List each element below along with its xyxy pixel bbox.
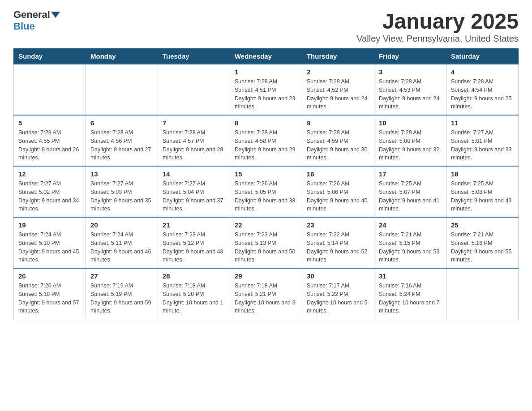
calendar-cell: 10Sunrise: 7:28 AM Sunset: 5:00 PM Dayli… xyxy=(374,115,446,166)
day-number: 24 xyxy=(379,221,442,229)
calendar-cell: 25Sunrise: 7:21 AM Sunset: 5:16 PM Dayli… xyxy=(446,217,518,268)
day-number: 31 xyxy=(379,272,442,280)
calendar-table: SundayMondayTuesdayWednesdayThursdayFrid… xyxy=(13,48,519,319)
day-info: Sunrise: 7:28 AM Sunset: 5:00 PM Dayligh… xyxy=(379,128,442,162)
calendar-cell: 6Sunrise: 7:28 AM Sunset: 4:56 PM Daylig… xyxy=(86,115,158,166)
calendar-cell: 1Sunrise: 7:28 AM Sunset: 4:51 PM Daylig… xyxy=(230,64,302,115)
location-text: Valley View, Pennsylvania, United States xyxy=(356,34,519,44)
calendar-week-row: 5Sunrise: 7:28 AM Sunset: 4:55 PM Daylig… xyxy=(14,115,519,166)
day-info: Sunrise: 7:16 AM Sunset: 5:24 PM Dayligh… xyxy=(379,282,442,315)
calendar-cell: 27Sunrise: 7:19 AM Sunset: 5:19 PM Dayli… xyxy=(86,268,158,319)
day-info: Sunrise: 7:24 AM Sunset: 5:10 PM Dayligh… xyxy=(18,231,81,264)
calendar-cell: 20Sunrise: 7:24 AM Sunset: 5:11 PM Dayli… xyxy=(86,217,158,268)
day-info: Sunrise: 7:28 AM Sunset: 4:56 PM Dayligh… xyxy=(90,128,153,162)
calendar-cell: 12Sunrise: 7:27 AM Sunset: 5:02 PM Dayli… xyxy=(14,166,86,217)
calendar-header-saturday: Saturday xyxy=(446,49,518,64)
day-info: Sunrise: 7:28 AM Sunset: 4:53 PM Dayligh… xyxy=(379,77,442,111)
calendar-cell: 4Sunrise: 7:28 AM Sunset: 4:54 PM Daylig… xyxy=(446,64,518,115)
day-info: Sunrise: 7:19 AM Sunset: 5:19 PM Dayligh… xyxy=(90,282,153,315)
calendar-cell: 29Sunrise: 7:18 AM Sunset: 5:21 PM Dayli… xyxy=(230,268,302,319)
calendar-cell: 16Sunrise: 7:26 AM Sunset: 5:06 PM Dayli… xyxy=(302,166,374,217)
day-number: 18 xyxy=(451,170,514,178)
calendar-cell: 11Sunrise: 7:27 AM Sunset: 5:01 PM Dayli… xyxy=(446,115,518,166)
calendar-header-row: SundayMondayTuesdayWednesdayThursdayFrid… xyxy=(14,49,519,64)
title-section: January 2025 Valley View, Pennsylvania, … xyxy=(356,9,519,44)
day-info: Sunrise: 7:21 AM Sunset: 5:16 PM Dayligh… xyxy=(451,231,514,264)
day-number: 14 xyxy=(163,170,225,178)
calendar-cell: 9Sunrise: 7:28 AM Sunset: 4:59 PM Daylig… xyxy=(302,115,374,166)
day-number: 22 xyxy=(235,221,297,229)
calendar-cell: 15Sunrise: 7:26 AM Sunset: 5:05 PM Dayli… xyxy=(230,166,302,217)
day-info: Sunrise: 7:25 AM Sunset: 5:07 PM Dayligh… xyxy=(379,180,442,213)
day-info: Sunrise: 7:20 AM Sunset: 5:18 PM Dayligh… xyxy=(18,282,81,315)
day-number: 28 xyxy=(163,272,225,280)
day-number: 8 xyxy=(235,119,297,127)
calendar-cell: 18Sunrise: 7:25 AM Sunset: 5:08 PM Dayli… xyxy=(446,166,518,217)
calendar-cell: 2Sunrise: 7:28 AM Sunset: 4:52 PM Daylig… xyxy=(302,64,374,115)
day-info: Sunrise: 7:21 AM Sunset: 5:15 PM Dayligh… xyxy=(379,231,442,264)
day-info: Sunrise: 7:28 AM Sunset: 4:54 PM Dayligh… xyxy=(451,77,514,111)
day-number: 9 xyxy=(307,119,369,127)
day-number: 3 xyxy=(379,68,442,76)
calendar-week-row: 19Sunrise: 7:24 AM Sunset: 5:10 PM Dayli… xyxy=(14,217,519,268)
calendar-cell: 19Sunrise: 7:24 AM Sunset: 5:10 PM Dayli… xyxy=(14,217,86,268)
day-number: 13 xyxy=(90,170,153,178)
day-info: Sunrise: 7:22 AM Sunset: 5:14 PM Dayligh… xyxy=(307,231,369,264)
calendar-header-wednesday: Wednesday xyxy=(230,49,302,64)
calendar-cell xyxy=(86,64,158,115)
day-info: Sunrise: 7:18 AM Sunset: 5:21 PM Dayligh… xyxy=(235,282,297,315)
day-info: Sunrise: 7:28 AM Sunset: 4:59 PM Dayligh… xyxy=(307,128,369,162)
calendar-cell xyxy=(158,64,230,115)
day-number: 19 xyxy=(18,221,81,229)
calendar-week-row: 12Sunrise: 7:27 AM Sunset: 5:02 PM Dayli… xyxy=(14,166,519,217)
calendar-cell: 21Sunrise: 7:23 AM Sunset: 5:12 PM Dayli… xyxy=(158,217,230,268)
day-number: 5 xyxy=(18,119,81,127)
calendar-cell: 13Sunrise: 7:27 AM Sunset: 5:03 PM Dayli… xyxy=(86,166,158,217)
day-number: 20 xyxy=(90,221,153,229)
day-number: 30 xyxy=(307,272,369,280)
day-number: 25 xyxy=(451,221,514,229)
day-info: Sunrise: 7:27 AM Sunset: 5:02 PM Dayligh… xyxy=(18,180,81,213)
calendar-cell: 23Sunrise: 7:22 AM Sunset: 5:14 PM Dayli… xyxy=(302,217,374,268)
day-info: Sunrise: 7:17 AM Sunset: 5:22 PM Dayligh… xyxy=(307,282,369,315)
day-info: Sunrise: 7:26 AM Sunset: 5:06 PM Dayligh… xyxy=(307,180,369,213)
day-info: Sunrise: 7:27 AM Sunset: 5:04 PM Dayligh… xyxy=(163,180,225,213)
day-number: 17 xyxy=(379,170,442,178)
day-info: Sunrise: 7:18 AM Sunset: 5:20 PM Dayligh… xyxy=(163,282,225,315)
day-number: 21 xyxy=(163,221,225,229)
day-number: 15 xyxy=(235,170,297,178)
day-info: Sunrise: 7:28 AM Sunset: 4:55 PM Dayligh… xyxy=(18,128,81,162)
calendar-cell: 30Sunrise: 7:17 AM Sunset: 5:22 PM Dayli… xyxy=(302,268,374,319)
day-info: Sunrise: 7:24 AM Sunset: 5:11 PM Dayligh… xyxy=(90,231,153,264)
day-info: Sunrise: 7:26 AM Sunset: 5:05 PM Dayligh… xyxy=(235,180,297,213)
day-number: 4 xyxy=(451,68,514,76)
calendar-header-sunday: Sunday xyxy=(14,49,86,64)
calendar-cell: 24Sunrise: 7:21 AM Sunset: 5:15 PM Dayli… xyxy=(374,217,446,268)
calendar-cell: 28Sunrise: 7:18 AM Sunset: 5:20 PM Dayli… xyxy=(158,268,230,319)
calendar-cell: 26Sunrise: 7:20 AM Sunset: 5:18 PM Dayli… xyxy=(14,268,86,319)
day-info: Sunrise: 7:28 AM Sunset: 4:51 PM Dayligh… xyxy=(235,77,297,111)
day-info: Sunrise: 7:25 AM Sunset: 5:08 PM Dayligh… xyxy=(451,180,514,213)
day-info: Sunrise: 7:28 AM Sunset: 4:57 PM Dayligh… xyxy=(163,128,225,162)
day-info: Sunrise: 7:28 AM Sunset: 4:52 PM Dayligh… xyxy=(307,77,369,111)
page-header: General Blue January 2025 Valley View, P… xyxy=(13,9,519,44)
day-info: Sunrise: 7:28 AM Sunset: 4:58 PM Dayligh… xyxy=(235,128,297,162)
calendar-cell: 3Sunrise: 7:28 AM Sunset: 4:53 PM Daylig… xyxy=(374,64,446,115)
logo: General Blue xyxy=(13,9,61,32)
logo-blue-text: Blue xyxy=(13,21,35,32)
day-number: 1 xyxy=(235,68,297,76)
calendar-cell xyxy=(446,268,518,319)
day-info: Sunrise: 7:27 AM Sunset: 5:03 PM Dayligh… xyxy=(90,180,153,213)
logo-arrow-icon xyxy=(51,12,60,18)
calendar-cell: 22Sunrise: 7:23 AM Sunset: 5:13 PM Dayli… xyxy=(230,217,302,268)
day-number: 23 xyxy=(307,221,369,229)
day-info: Sunrise: 7:23 AM Sunset: 5:13 PM Dayligh… xyxy=(235,231,297,264)
calendar-cell: 31Sunrise: 7:16 AM Sunset: 5:24 PM Dayli… xyxy=(374,268,446,319)
calendar-cell: 5Sunrise: 7:28 AM Sunset: 4:55 PM Daylig… xyxy=(14,115,86,166)
day-info: Sunrise: 7:27 AM Sunset: 5:01 PM Dayligh… xyxy=(451,128,514,162)
day-number: 16 xyxy=(307,170,369,178)
day-number: 29 xyxy=(235,272,297,280)
calendar-header-friday: Friday xyxy=(374,49,446,64)
day-number: 27 xyxy=(90,272,153,280)
calendar-cell: 17Sunrise: 7:25 AM Sunset: 5:07 PM Dayli… xyxy=(374,166,446,217)
